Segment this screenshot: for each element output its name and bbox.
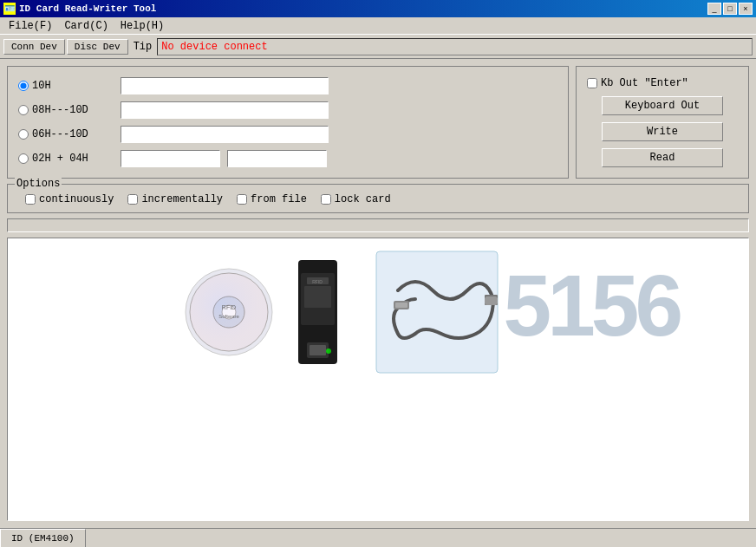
label-08h[interactable]: 08H---10D [18,104,114,116]
kb-out-row: Kb Out "Enter" [587,77,738,89]
image-content: 5156 RFID Software [8,238,748,520]
cd-disc-image: RFID Software [181,264,277,360]
menu-bar: File(F) Card(C) Help(H) [0,17,756,35]
button-panel: Kb Out "Enter" Keyboard Out Write Read [576,66,749,179]
input-06h[interactable] [121,126,329,143]
option-from-file[interactable]: from file [237,193,307,205]
radio-02h[interactable] [18,153,29,164]
status-bar: ID (EM4100) [0,528,756,547]
format-panel: 10H 08H---10D 06H---10D [7,66,569,179]
options-legend: Options [15,178,62,190]
options-panel: Options continuously incrementally from … [7,184,749,213]
window-title: ID Card Read-Writer Tool [19,3,156,14]
kb-out-checkbox[interactable] [587,78,597,88]
radio-06h[interactable] [18,129,29,140]
status-tab: ID (EM4100) [0,529,86,547]
status-tab-label: ID (EM4100) [11,533,75,544]
tip-label: Tip [130,41,156,53]
checkbox-from-file[interactable] [237,194,247,205]
card-reader-image: RFID [294,256,342,368]
input-02h-b[interactable] [227,150,327,167]
svg-point-4 [190,273,268,351]
option-incrementally[interactable]: incrementally [127,193,223,205]
write-button[interactable]: Write [602,122,723,141]
cable-bag-image [372,247,502,377]
keyboard-out-button[interactable]: Keyboard Out [602,96,723,115]
read-button[interactable]: Read [602,148,723,167]
label-06h[interactable]: 06H---10D [18,128,114,140]
input-10h[interactable] [121,77,329,94]
minimize-button[interactable]: _ [707,3,721,15]
svg-point-14 [326,348,331,354]
format-row-02h: 02H + 04H [18,150,557,167]
checkbox-incrementally[interactable] [127,194,138,205]
format-row-06h: 06H---10D [18,126,557,143]
status-text: No device connect [157,38,753,55]
no-device-text: No device connect [161,41,267,53]
title-bar: 🪪 ID Card Read-Writer Tool _ □ × [0,0,756,17]
svg-text:RFID: RFID [312,279,323,284]
conn-dev-button[interactable]: Conn Dev [3,39,65,55]
format-row-08h: 08H---10D [18,101,557,119]
close-button[interactable]: × [739,3,753,15]
option-continuously[interactable]: continuously [25,193,114,205]
menu-file[interactable]: File(F) [3,19,57,33]
image-panel: 5156 RFID Software [7,238,749,521]
watermark-text: 5156 [504,256,679,355]
svg-text:Software: Software [218,314,239,319]
label-10h[interactable]: 10H [18,80,114,92]
svg-marker-19 [485,296,498,305]
checkbox-continuously[interactable] [25,194,36,205]
top-section: 10H 08H---10D 06H---10D [7,66,749,179]
radio-10h[interactable] [18,81,29,91]
maximize-button[interactable]: □ [723,3,737,15]
format-row-10h: 10H [18,77,557,94]
kb-out-label: Kb Out "Enter" [601,77,688,89]
main-content: 10H 08H---10D 06H---10D [0,59,756,528]
checkbox-lock-card[interactable] [321,194,331,205]
svg-text:RFID: RFID [222,304,236,310]
toolbar: Conn Dev Disc Dev Tip No device connect [0,35,756,59]
app-icon: 🪪 [3,3,16,15]
menu-help[interactable]: Help(H) [115,19,169,33]
options-row: continuously incrementally from file loc… [15,193,741,205]
svg-rect-11 [310,345,326,355]
option-lock-card[interactable]: lock card [321,193,391,205]
input-08h[interactable] [121,101,329,119]
svg-rect-9 [304,286,331,308]
input-02h-a[interactable] [121,150,220,167]
label-02h[interactable]: 02H + 04H [18,153,114,165]
progress-bar [7,218,749,232]
disc-dev-button[interactable]: Disc Dev [67,39,128,55]
svg-rect-17 [395,303,407,308]
radio-08h[interactable] [18,105,29,115]
menu-card[interactable]: Card(C) [59,19,113,33]
window-controls: _ □ × [707,3,753,15]
